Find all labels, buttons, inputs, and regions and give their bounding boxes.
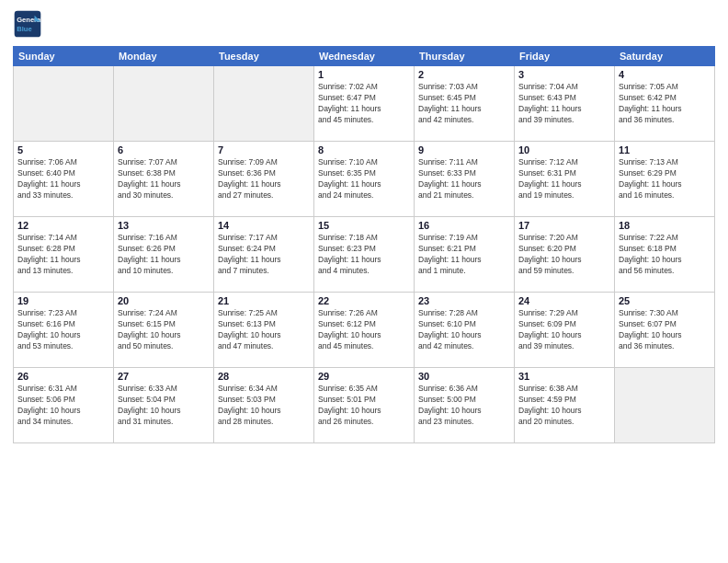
day-number: 8	[318, 144, 410, 155]
calendar-cell: 27Sunrise: 6:33 AM Sunset: 5:04 PM Dayli…	[114, 368, 214, 443]
day-detail: Sunrise: 7:11 AM Sunset: 6:33 PM Dayligh…	[418, 157, 510, 201]
day-number: 9	[418, 144, 510, 155]
day-number: 15	[318, 220, 410, 231]
calendar-cell: 22Sunrise: 7:26 AM Sunset: 6:12 PM Dayli…	[314, 293, 415, 368]
day-number: 16	[418, 220, 510, 231]
day-number: 4	[619, 69, 711, 80]
calendar-cell: 20Sunrise: 7:24 AM Sunset: 6:15 PM Dayli…	[114, 293, 214, 368]
day-detail: Sunrise: 7:23 AM Sunset: 6:16 PM Dayligh…	[17, 308, 109, 352]
day-detail: Sunrise: 7:06 AM Sunset: 6:40 PM Dayligh…	[17, 157, 109, 201]
day-detail: Sunrise: 7:17 AM Sunset: 6:24 PM Dayligh…	[218, 233, 310, 277]
day-detail: Sunrise: 7:28 AM Sunset: 6:10 PM Dayligh…	[418, 308, 510, 352]
week-row-5: 26Sunrise: 6:31 AM Sunset: 5:06 PM Dayli…	[14, 368, 715, 443]
day-number: 31	[518, 371, 610, 382]
day-number: 22	[318, 295, 410, 306]
calendar-cell: 14Sunrise: 7:17 AM Sunset: 6:24 PM Dayli…	[214, 217, 314, 293]
weekday-saturday: Saturday	[615, 47, 715, 66]
calendar-cell: 1Sunrise: 7:02 AM Sunset: 6:47 PM Daylig…	[314, 66, 415, 142]
calendar-cell: 3Sunrise: 7:04 AM Sunset: 6:43 PM Daylig…	[515, 66, 615, 142]
header: General Blue	[13, 9, 715, 39]
day-detail: Sunrise: 7:09 AM Sunset: 6:36 PM Dayligh…	[218, 157, 310, 201]
day-detail: Sunrise: 7:20 AM Sunset: 6:20 PM Dayligh…	[518, 233, 610, 277]
calendar-table: SundayMondayTuesdayWednesdayThursdayFrid…	[13, 46, 715, 443]
weekday-thursday: Thursday	[415, 47, 515, 66]
day-number: 23	[418, 295, 510, 306]
day-number: 13	[118, 220, 210, 231]
calendar-cell: 19Sunrise: 7:23 AM Sunset: 6:16 PM Dayli…	[14, 293, 114, 368]
day-detail: Sunrise: 7:25 AM Sunset: 6:13 PM Dayligh…	[218, 308, 310, 352]
day-detail: Sunrise: 6:31 AM Sunset: 5:06 PM Dayligh…	[17, 384, 109, 428]
calendar-cell: 24Sunrise: 7:29 AM Sunset: 6:09 PM Dayli…	[515, 293, 615, 368]
day-number: 20	[118, 295, 210, 306]
day-detail: Sunrise: 6:33 AM Sunset: 5:04 PM Dayligh…	[118, 384, 210, 428]
calendar-cell	[214, 66, 314, 142]
day-number: 1	[318, 69, 410, 80]
week-row-2: 5Sunrise: 7:06 AM Sunset: 6:40 PM Daylig…	[14, 142, 715, 217]
logo: General Blue	[13, 9, 46, 39]
calendar-page: General Blue SundayMondayTuesdayWednesda…	[0, 0, 728, 563]
day-detail: Sunrise: 7:30 AM Sunset: 6:07 PM Dayligh…	[619, 308, 711, 352]
calendar-cell: 13Sunrise: 7:16 AM Sunset: 6:26 PM Dayli…	[114, 217, 214, 293]
weekday-monday: Monday	[114, 47, 214, 66]
calendar-cell: 21Sunrise: 7:25 AM Sunset: 6:13 PM Dayli…	[214, 293, 314, 368]
calendar-body: 1Sunrise: 7:02 AM Sunset: 6:47 PM Daylig…	[14, 66, 715, 443]
calendar-cell: 2Sunrise: 7:03 AM Sunset: 6:45 PM Daylig…	[415, 66, 515, 142]
calendar-cell: 7Sunrise: 7:09 AM Sunset: 6:36 PM Daylig…	[214, 142, 314, 217]
day-detail: Sunrise: 6:36 AM Sunset: 5:00 PM Dayligh…	[418, 384, 510, 428]
day-number: 12	[17, 220, 109, 231]
day-detail: Sunrise: 7:05 AM Sunset: 6:42 PM Dayligh…	[619, 82, 711, 126]
calendar-cell	[114, 66, 214, 142]
day-detail: Sunrise: 7:14 AM Sunset: 6:28 PM Dayligh…	[17, 233, 109, 277]
calendar-cell: 26Sunrise: 6:31 AM Sunset: 5:06 PM Dayli…	[14, 368, 114, 443]
day-number: 14	[218, 220, 310, 231]
day-detail: Sunrise: 7:16 AM Sunset: 6:26 PM Dayligh…	[118, 233, 210, 277]
day-detail: Sunrise: 7:02 AM Sunset: 6:47 PM Dayligh…	[318, 82, 410, 126]
calendar-cell: 16Sunrise: 7:19 AM Sunset: 6:21 PM Dayli…	[415, 217, 515, 293]
day-detail: Sunrise: 7:24 AM Sunset: 6:15 PM Dayligh…	[118, 308, 210, 352]
calendar-cell: 28Sunrise: 6:34 AM Sunset: 5:03 PM Dayli…	[214, 368, 314, 443]
calendar-cell: 17Sunrise: 7:20 AM Sunset: 6:20 PM Dayli…	[515, 217, 615, 293]
day-number: 3	[518, 69, 610, 80]
day-detail: Sunrise: 6:38 AM Sunset: 4:59 PM Dayligh…	[518, 384, 610, 428]
calendar-cell: 18Sunrise: 7:22 AM Sunset: 6:18 PM Dayli…	[615, 217, 715, 293]
logo-icon: General Blue	[13, 9, 42, 39]
svg-text:Blue: Blue	[17, 25, 31, 33]
day-number: 11	[619, 144, 711, 155]
day-detail: Sunrise: 7:18 AM Sunset: 6:23 PM Dayligh…	[318, 233, 410, 277]
day-detail: Sunrise: 7:03 AM Sunset: 6:45 PM Dayligh…	[418, 82, 510, 126]
calendar-cell: 15Sunrise: 7:18 AM Sunset: 6:23 PM Dayli…	[314, 217, 415, 293]
day-detail: Sunrise: 7:26 AM Sunset: 6:12 PM Dayligh…	[318, 308, 410, 352]
weekday-tuesday: Tuesday	[214, 47, 314, 66]
weekday-wednesday: Wednesday	[314, 47, 415, 66]
day-number: 19	[17, 295, 109, 306]
calendar-cell	[14, 66, 114, 142]
calendar-cell: 10Sunrise: 7:12 AM Sunset: 6:31 PM Dayli…	[515, 142, 615, 217]
day-number: 26	[17, 371, 109, 382]
calendar-cell: 8Sunrise: 7:10 AM Sunset: 6:35 PM Daylig…	[314, 142, 415, 217]
day-number: 5	[17, 144, 109, 155]
weekday-header-row: SundayMondayTuesdayWednesdayThursdayFrid…	[14, 47, 715, 66]
calendar-cell: 29Sunrise: 6:35 AM Sunset: 5:01 PM Dayli…	[314, 368, 415, 443]
day-detail: Sunrise: 7:13 AM Sunset: 6:29 PM Dayligh…	[619, 157, 711, 201]
day-detail: Sunrise: 7:29 AM Sunset: 6:09 PM Dayligh…	[518, 308, 610, 352]
day-detail: Sunrise: 7:19 AM Sunset: 6:21 PM Dayligh…	[418, 233, 510, 277]
day-detail: Sunrise: 7:10 AM Sunset: 6:35 PM Dayligh…	[318, 157, 410, 201]
week-row-3: 12Sunrise: 7:14 AM Sunset: 6:28 PM Dayli…	[14, 217, 715, 293]
day-number: 24	[518, 295, 610, 306]
day-number: 17	[518, 220, 610, 231]
day-number: 28	[218, 371, 310, 382]
calendar-cell: 30Sunrise: 6:36 AM Sunset: 5:00 PM Dayli…	[415, 368, 515, 443]
calendar-cell: 31Sunrise: 6:38 AM Sunset: 4:59 PM Dayli…	[515, 368, 615, 443]
calendar-cell: 9Sunrise: 7:11 AM Sunset: 6:33 PM Daylig…	[415, 142, 515, 217]
calendar-cell: 6Sunrise: 7:07 AM Sunset: 6:38 PM Daylig…	[114, 142, 214, 217]
day-number: 7	[218, 144, 310, 155]
calendar-cell: 4Sunrise: 7:05 AM Sunset: 6:42 PM Daylig…	[615, 66, 715, 142]
day-number: 2	[418, 69, 510, 80]
day-number: 10	[518, 144, 610, 155]
day-number: 30	[418, 371, 510, 382]
day-detail: Sunrise: 7:12 AM Sunset: 6:31 PM Dayligh…	[518, 157, 610, 201]
day-number: 6	[118, 144, 210, 155]
day-detail: Sunrise: 7:22 AM Sunset: 6:18 PM Dayligh…	[619, 233, 711, 277]
day-detail: Sunrise: 7:07 AM Sunset: 6:38 PM Dayligh…	[118, 157, 210, 201]
calendar-cell: 25Sunrise: 7:30 AM Sunset: 6:07 PM Dayli…	[615, 293, 715, 368]
